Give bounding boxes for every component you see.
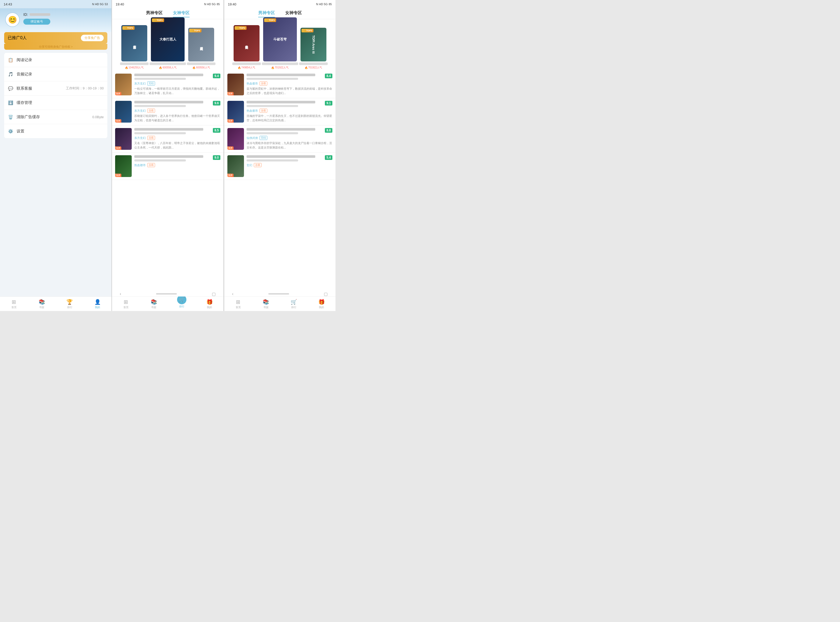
back-arrow-p3[interactable]: ‹ [232,291,233,296]
promo-sub-text[interactable]: 分享可得终身免广告特权 > [4,44,107,50]
status-icons-p1: N HD 5G 53 [92,3,108,6]
cover-image-rank1-p3: 斗破苍穹 [263,17,297,61]
book-row-2-p3[interactable]: 免费 9.1 热血都市 连载 浩瀚的宇宙中，一片星系的生灭，也不过是刹那的斑驳流… [224,98,336,125]
status-bar-p3: 19:40 N HD 5G 85 [224,0,336,8]
cache-size-text: 0.0Byte [92,115,104,119]
nav-bookshelf-p3[interactable]: 📚 书架 [252,297,280,311]
cover-image-rank3-p3: TOPI Ares iti [301,28,327,61]
menu-item-settings[interactable]: ⚙️ 设置 [4,124,107,138]
author-bar-3-p2 [134,132,186,134]
cache-management-icon: ⬇️ [8,100,14,105]
status-tag-2-p3: 连载 [260,108,267,113]
network-p2: N HD 5G [204,3,216,6]
author-bar-4-p3 [247,159,298,162]
menu-item-cache-management[interactable]: ⬇️ 缓存管理 [4,96,107,110]
ranking-icon: 🏆 [66,299,73,305]
signal-icon: N HD 5G [92,3,104,6]
book-row-1-p2[interactable]: 免费 9.4 东方玄幻 完结 一粒尘可填海，一根草斩尽日月星辰，弹指间天翻地覆。… [112,71,223,98]
battery-p2: 85 [217,3,220,6]
book-cover-1-p2: 免费 [115,73,132,95]
mine-label: 我的 [95,306,100,309]
book-score-3-p2: 8.5 [213,128,220,133]
nav-mine-p2[interactable]: 🎁 我的 [196,297,224,311]
book-info-1-p3: 8.4 热血都市 连载 蓝与紫的霓虹中，浓密的钢铁苍穹下，数据洪流的前端，是科技… [247,73,332,95]
tab-male-zone-p3[interactable]: 男神专区 [258,11,275,17]
top-book-title-rank1-p2 [150,63,186,65]
nav-bookshelf-p2[interactable]: 📚 书架 [140,297,168,311]
top-book-rank2-p2[interactable]: 东古圣师 👑 TOP2 🔥 1046250人气 [120,25,148,69]
nav-home-p3[interactable]: ⊞ 首页 [224,297,252,311]
bookshelf-label: 书架 [39,306,44,309]
top-book-popularity-rank2-p2: 🔥 1046250人气 [125,66,144,69]
mine-label-p3: 我的 [319,306,324,309]
nav-bookshelf-p1[interactable]: 📚 书架 [28,297,56,311]
promo-bar: 已推广0人 分享免广告 [4,32,107,44]
top-book-popularity-rank2-p3: 🔥 749854人气 [238,66,255,69]
book-score-4-p3: 5.4 [325,155,332,160]
tab-female-zone-p2[interactable]: 女神专区 [173,11,189,17]
square-btn-p2[interactable]: ▢ [212,291,216,296]
nav-ranking-p2[interactable]: 🛒 排行 [168,297,196,311]
reading-history-label: 阅读记录 [17,58,104,63]
book-row-3-p2[interactable]: 免费 8.5 东方玄幻 连载 又名《至尊神皇》，八百年前，明帝之子张若尘，被他的… [112,125,223,152]
bind-account-button[interactable]: 绑定账号 [23,19,50,24]
book-row-4-p3[interactable]: 免费 5.4 玄幻 连载 [224,152,336,180]
top-book-popularity-rank3-p2: 🔥 600556人气 [192,66,210,69]
back-arrow-p2[interactable]: ‹ [120,291,121,296]
home-indicator-p2 [156,293,177,294]
menu-item-clear-ad-cache[interactable]: 🗑️ 清除广告缓存 0.0Byte [4,110,107,124]
menu-item-customer-service[interactable]: 💬 联系客服 工作时间：9：00-19：00 [4,81,107,96]
nav-mine-p1[interactable]: 👤 我的 [84,297,112,311]
book-info-2-p3: 9.1 热血都市 连载 浩瀚的宇宙中，一片星系的生灭，也不过是刹那的斑驳流光。仰… [247,101,332,122]
status-bar-p1: 14:43 N HD 5G 53 [0,0,111,8]
status-bar-p2: 19:40 N HD 5G 85 [112,0,223,8]
tab-male-zone-p2[interactable]: 男神专区 [146,11,163,17]
settings-label: 设置 [17,129,104,134]
rank-badge-1-p3: 👑 TOP1 [264,18,276,22]
book-row-1-p3[interactable]: 免费 8.4 热血都市 连载 蓝与紫的霓虹中，浓密的钢铁苍穹下，数据洪流的前端，… [224,71,336,98]
top-book-rank1-p3[interactable]: 斗破苍穹 👑 TOP1 🔥 701922人气 [262,17,298,69]
gesture-bar-p3: ‹ ▢ [224,291,336,296]
menu-item-audio-history[interactable]: 🎵 音频记录 [4,67,107,81]
book-info-3-p3: 8.8 仙侠武侠 完结 冰冷与黑暗并存的宇宙深处，九具庞大的龙尸拉着一口青铜古棺… [247,128,332,149]
genre-tag-3-p2: 东方玄幻 [134,136,146,140]
book-info-4-p3: 5.4 玄幻 连载 [247,155,332,167]
book-row-4-p2[interactable]: 免费 9.0 热血都市 连载 [112,152,223,180]
menu-item-reading-history[interactable]: 📋 阅读记录 [4,53,107,67]
genre-tag-1-p2: 东方玄幻 [134,82,146,85]
reading-history-icon: 📋 [8,57,14,63]
top-book-rank3-p3[interactable]: TOPI Ares iti 👑 TOP3 🔥 701922人气 [299,28,328,69]
status-tag-3-p3: 完结 [260,136,267,140]
book-cover-2-p2: 免费 [115,101,132,123]
square-btn-p3[interactable]: ▢ [324,291,328,296]
nav-ranking-p3[interactable]: 🛒 排行 [280,297,308,311]
nav-home-p1[interactable]: ⊞ 首页 [0,297,28,311]
nav-mine-p3[interactable]: 🎁 我的 [308,297,336,311]
top-book-rank1-p2[interactable]: 大春打恶人 👑 TOP1 🔥 600556人气 [150,17,186,69]
nav-home-p2[interactable]: ⊞ 首页 [112,297,140,311]
status-tag-1-p2: 完结 [147,81,155,85]
home-label: 首页 [11,306,17,309]
book-list-p2: 免费 9.4 东方玄幻 完结 一粒尘可填海，一根草斩尽日月星辰，弹指间天翻地覆。… [112,71,223,296]
clear-ad-cache-label: 清除广告缓存 [17,114,89,119]
status-tag-4-p3: 连载 [254,163,261,167]
time-p3: 19:40 [228,2,237,6]
top-book-title-rank2-p2 [120,63,148,65]
tab-female-zone-p3[interactable]: 女神专区 [285,11,302,17]
battery-p3: 85 [329,3,332,6]
top-book-rank2-p3[interactable]: 完美世界 👑 TOP2 🔥 749854人气 [232,25,261,69]
battery-p1: 53 [105,3,108,6]
cover-image-rank2-p2: 东古圣师 [121,25,147,61]
nav-ranking-p1[interactable]: 🏆 排行 [56,297,84,311]
top3-section-p2: 东古圣师 👑 TOP2 🔥 1046250人气 大春打恶人 👑 TOP1 🔥 6… [112,19,223,71]
genre-tag-2-p3: 热血都市 [247,109,258,113]
share-ad-free-button[interactable]: 分享免广告 [81,35,104,41]
book-row-3-p3[interactable]: 免费 8.8 仙侠武侠 完结 冰冷与黑暗并存的宇宙深处，九具庞大的龙尸拉着一口青… [224,125,336,152]
bookshelf-label-p2: 书架 [151,306,156,309]
top-book-cover-rank3-p2: 上门龙婿 👑 TOP3 [188,28,214,61]
top-book-title-rank1-p3 [262,63,298,65]
free-tag-4-p2: 免费 [115,174,121,177]
book-row-2-p2[interactable]: 免费 9.6 东方玄幻 连载 苏晓签订轮回契约，进入各个世界执行任务。他曾目睹一… [112,98,223,125]
top-book-rank3-p2[interactable]: 上门龙婿 👑 TOP3 🔥 600556人气 [187,28,215,69]
book-desc-3-p2: 又名《至尊神皇》，八百年前，明帝之子张若尘，被他的未婚妻池瑶公主杀死，一代天骄，… [134,141,220,149]
